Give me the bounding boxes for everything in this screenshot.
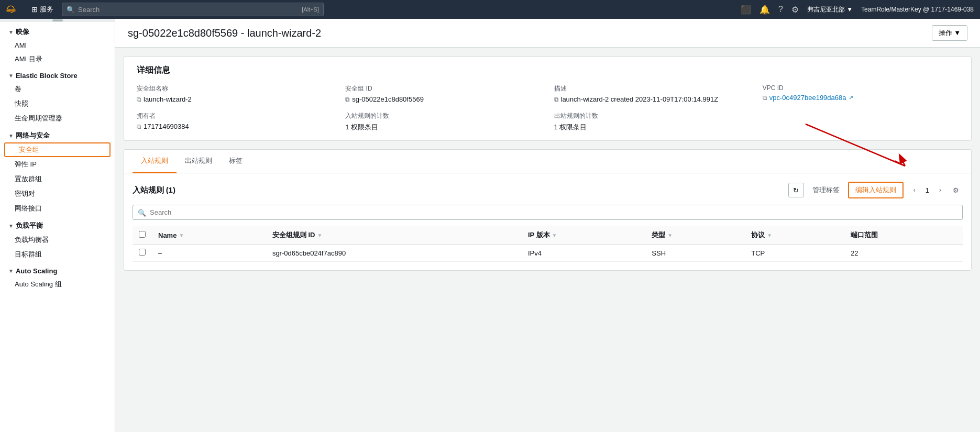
sidebar-item-security-groups[interactable]: 安全组 xyxy=(4,142,111,157)
sg-name-label: 安全组名称 xyxy=(137,84,333,93)
ebs-collapse-triangle: ▼ xyxy=(8,73,14,79)
tab-tags[interactable]: 标签 xyxy=(221,150,251,173)
table-row: – sgr-0d65cbe024f7ac890 IPv4 SSH TCP 22 xyxy=(133,245,963,262)
sidebar-item-placement[interactable]: 置放群组 xyxy=(0,172,115,186)
nav-right: ⬛ 🔔 ? ⚙ 弗吉尼亚北部 ▼ TeamRole/MasterKey @ 17… xyxy=(741,5,974,15)
lb-collapse-triangle: ▼ xyxy=(8,223,14,229)
network-section-header[interactable]: ▼ 网络与安全 xyxy=(0,126,115,142)
ebs-section-header[interactable]: ▼ Elastic Block Store xyxy=(0,67,115,82)
svg-text:aws: aws xyxy=(6,7,16,13)
next-page-button[interactable]: › xyxy=(933,183,947,197)
outbound-count-value: 1 权限条目 xyxy=(554,123,750,132)
inbound-count-value: 1 权限条目 xyxy=(345,123,541,132)
region-selector[interactable]: 弗吉尼亚北部 ▼ xyxy=(807,5,853,14)
rules-section: 入站规则 (1) ↻ 管理标签 编辑入站规则 ‹ 1 › ⚙ 🔍 xyxy=(124,173,972,271)
refresh-button[interactable]: ↻ xyxy=(788,183,804,197)
user-menu[interactable]: TeamRole/MasterKey @ 1717-1469-038 xyxy=(861,6,974,13)
services-menu[interactable]: ⊞ 服务 xyxy=(27,5,58,14)
actions-button[interactable]: 操作 ▼ xyxy=(932,25,967,41)
col-ip-version-header[interactable]: IP 版本 ▼ xyxy=(522,226,645,245)
select-all-header[interactable] xyxy=(133,226,152,245)
sidebar-item-elastic-ip[interactable]: 弹性 IP xyxy=(0,157,115,172)
network-collapse-triangle: ▼ xyxy=(8,133,14,139)
rules-header: 入站规则 (1) ↻ 管理标签 编辑入站规则 ‹ 1 › ⚙ xyxy=(133,182,963,198)
owner-label: 拥有者 xyxy=(137,112,333,120)
description-value: ⧉ launch-wizard-2 created 2023-11-09T17:… xyxy=(554,95,750,103)
sidebar-item-target-groups[interactable]: 目标群组 xyxy=(0,247,115,262)
col-rule-id-header[interactable]: 安全组规则 ID ▼ xyxy=(266,226,522,245)
sidebar-item-ami-catalog[interactable]: AMI 目录 xyxy=(0,52,115,67)
sort-name-icon: ▼ xyxy=(179,232,184,238)
tab-inbound[interactable]: 入站规则 xyxy=(133,150,177,173)
table-search-container: 🔍 xyxy=(133,205,963,220)
external-link-icon: ↗ xyxy=(849,94,853,101)
sidebar-item-lifecycle[interactable]: 生命周期管理器 xyxy=(0,111,115,126)
search-shortcut: [Alt+S] xyxy=(302,6,319,13)
detail-heading: 详细信息 xyxy=(137,65,959,76)
sort-protocol-icon: ▼ xyxy=(767,232,772,238)
owner-field: 拥有者 ⧉ 171714690384 xyxy=(137,112,333,132)
vpc-id-field: VPC ID ⧉ vpc-0c4927bee199da68a ↗ xyxy=(763,84,959,103)
row-checkbox-cell[interactable] xyxy=(133,245,152,262)
table-container: Name ▼ 安全组规则 ID ▼ xyxy=(133,226,963,262)
sg-name-field: 安全组名称 ⧉ launch-wizard-2 xyxy=(137,84,333,103)
row-protocol: TCP xyxy=(745,245,844,262)
col-protocol-header[interactable]: 协议 ▼ xyxy=(745,226,844,245)
col-port-range-header[interactable]: 端口范围 xyxy=(844,226,963,245)
manage-tags-button[interactable]: 管理标签 xyxy=(808,183,844,197)
sidebar-item-auto-scaling-groups[interactable]: Auto Scaling 组 xyxy=(0,277,115,292)
col-type-header[interactable]: 类型 ▼ xyxy=(645,226,745,245)
as-section-header[interactable]: ▼ Auto Scaling xyxy=(0,262,115,277)
inbound-count-field: 入站规则的计数 1 权限条目 xyxy=(345,112,541,132)
search-bar[interactable]: 🔍 [Alt+S] xyxy=(62,3,324,16)
copy-icon-sg-name[interactable]: ⧉ xyxy=(137,96,141,103)
tab-outbound[interactable]: 出站规则 xyxy=(177,150,221,173)
table-search-input[interactable] xyxy=(133,205,963,220)
rules-title-group: 入站规则 (1) xyxy=(133,185,175,195)
detail-grid: 安全组名称 ⧉ launch-wizard-2 安全组 ID ⧉ sg-0502… xyxy=(137,84,959,132)
page-header: sg-05022e1c8d80f5569 - launch-wizard-2 操… xyxy=(115,19,980,48)
images-section-header[interactable]: ▼ 映像 xyxy=(0,22,115,39)
terminal-icon[interactable]: ⬛ xyxy=(741,5,751,15)
sidebar-item-volumes[interactable]: 卷 xyxy=(0,82,115,96)
outbound-count-field: 出站规则的计数 1 权限条目 xyxy=(554,112,750,132)
row-name: – xyxy=(152,245,266,262)
select-all-checkbox[interactable] xyxy=(139,231,146,238)
copy-icon-owner[interactable]: ⧉ xyxy=(137,123,141,130)
sidebar-item-snapshots[interactable]: 快照 xyxy=(0,96,115,111)
page-number: 1 xyxy=(923,186,931,194)
copy-icon-sg-id[interactable]: ⧉ xyxy=(345,96,350,103)
col-name-header[interactable]: Name ▼ xyxy=(152,226,266,245)
rules-title: 入站规则 xyxy=(133,185,164,194)
lb-section-header[interactable]: ▼ 负载平衡 xyxy=(0,216,115,232)
sidebar-item-load-balancers[interactable]: 负载均衡器 xyxy=(0,232,115,247)
sg-id-field: 安全组 ID ⧉ sg-05022e1c8d80f5569 xyxy=(345,84,541,103)
tabs-bar: 入站规则 出站规则 标签 xyxy=(124,149,972,173)
copy-icon-desc[interactable]: ⧉ xyxy=(554,96,559,103)
top-nav: aws ⊞ 服务 🔍 [Alt+S] ⬛ 🔔 ? ⚙ 弗吉尼亚北部 ▼ Team… xyxy=(0,0,980,19)
table-settings-button[interactable]: ⚙ xyxy=(949,183,963,197)
copy-icon-vpc[interactable]: ⧉ xyxy=(763,94,767,102)
table-search-icon: 🔍 xyxy=(138,208,146,216)
row-rule-id: sgr-0d65cbe024f7ac890 xyxy=(266,245,522,262)
vpc-id-value[interactable]: ⧉ vpc-0c4927bee199da68a ↗ xyxy=(763,94,959,102)
aws-logo[interactable]: aws xyxy=(6,4,23,15)
sidebar-item-ami[interactable]: AMI xyxy=(0,39,115,52)
sidebar-item-network-interfaces[interactable]: 网络接口 xyxy=(0,201,115,216)
table-head: Name ▼ 安全组规则 ID ▼ xyxy=(133,226,963,245)
bell-icon[interactable]: 🔔 xyxy=(759,5,770,15)
edit-inbound-rules-button[interactable]: 编辑入站规则 xyxy=(848,182,904,198)
settings-icon[interactable]: ⚙ xyxy=(791,5,799,15)
search-input[interactable] xyxy=(78,6,300,14)
rules-table: Name ▼ 安全组规则 ID ▼ xyxy=(133,226,963,262)
owner-value: ⧉ 171714690384 xyxy=(137,123,333,130)
prev-page-button[interactable]: ‹ xyxy=(908,183,921,197)
inbound-count-label: 入站规则的计数 xyxy=(345,112,541,120)
row-checkbox[interactable] xyxy=(139,249,146,256)
table-body: – sgr-0d65cbe024f7ac890 IPv4 SSH TCP 22 xyxy=(133,245,963,262)
pagination: ‹ 1 › ⚙ xyxy=(908,183,963,197)
sg-id-value: ⧉ sg-05022e1c8d80f5569 xyxy=(345,95,541,103)
help-icon[interactable]: ? xyxy=(778,5,783,14)
sort-type-icon: ▼ xyxy=(667,232,673,238)
sidebar-item-key-pairs[interactable]: 密钥对 xyxy=(0,186,115,201)
